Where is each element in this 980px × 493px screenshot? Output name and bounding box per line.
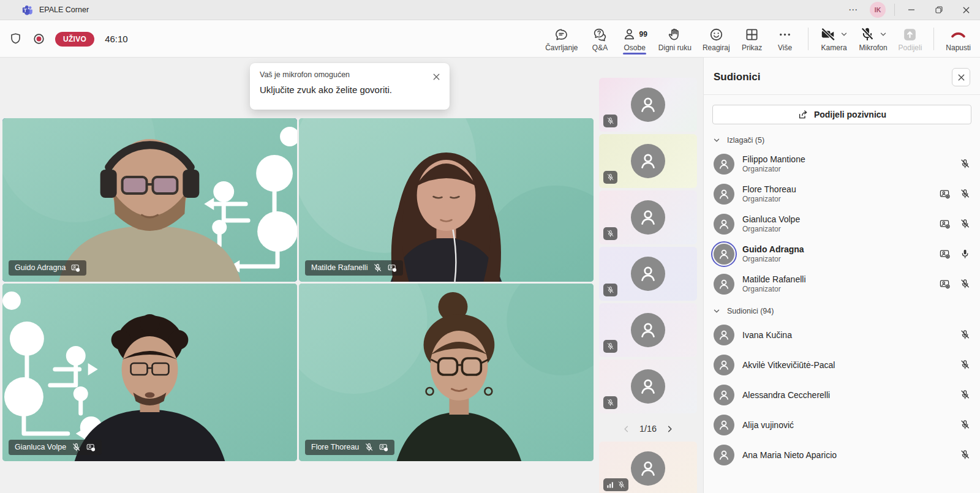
presenters-section-header[interactable]: Izlagači (5) [704,128,980,149]
spotlight-pip-icon [388,263,397,273]
thumbnail-tile[interactable] [599,78,697,132]
mic-off-icon [72,443,81,452]
participant-row[interactable]: Ivana Kučina [704,320,980,350]
pager-next-icon[interactable] [665,424,674,434]
participant-row[interactable]: Filippo Mantione Organizator [704,149,980,179]
user-avatar[interactable]: IK [870,2,886,18]
more-ellipsis-icon [777,26,793,43]
avatar [714,214,734,235]
qa-icon [592,26,608,43]
react-button[interactable]: Reagiraj [697,20,736,58]
raise-hand-icon [667,26,682,43]
participant-row-active-speaker[interactable]: Guido Adragna Organizator [704,239,980,269]
participant-row[interactable]: Matilde Rafanelli Organizator [704,269,980,299]
attendees-section-header[interactable]: Sudionici (94) [704,299,980,320]
microphone-off-icon [859,26,875,42]
close-button[interactable] [952,0,980,20]
microphone-chevron-icon[interactable] [879,30,888,39]
mic-off-icon [960,279,970,289]
teams-meeting-window: EPALE Corner ⋯ IK UŽIVO 46:10 Čavrljanje… [0,0,980,493]
people-button[interactable]: 99 Osobe [617,20,653,58]
toast-title: Vaš je mikrofon omogućen [260,70,440,79]
thumbnail-tile[interactable] [599,442,697,493]
participant-row[interactable]: Alija vujinović [704,410,980,440]
mic-off-icon [373,263,382,273]
people-count-badge: 99 [639,30,647,39]
participant-name: Gianluca Volpe [15,443,66,451]
mic-off-badge [603,115,617,127]
video-feed [299,118,594,282]
avatar [714,154,734,175]
video-tile-matilde-rafanelli[interactable]: Matilde Rafanelli [299,118,594,282]
panel-close-button[interactable] [952,68,970,86]
avatar [631,257,665,291]
thumbnail-tile[interactable] [599,247,697,301]
camera-chevron-icon[interactable] [840,30,848,39]
avatar [631,144,665,178]
participant-name: Guido Adragna [15,264,66,272]
titlebar-more-icon[interactable]: ⋯ [843,4,864,15]
meeting-toolbar: UŽIVO 46:10 Čavrljanje Q&A 99 Osobe D [0,20,980,58]
minimize-button[interactable] [897,0,925,20]
participant-row[interactable]: Gianluca Volpe Organizator [704,209,980,239]
spotlight-pip-icon [71,263,80,273]
avatar [714,355,734,375]
titlebar: EPALE Corner ⋯ IK [0,0,980,20]
participant-role: Organizator [742,255,804,264]
avatar [631,369,665,404]
chevron-down-icon [712,307,721,315]
microphone-button[interactable]: Mikrofon [854,20,893,58]
participant-row[interactable]: Flore Thoreau Organizator [704,179,980,209]
participant-row[interactable]: Ana Maria Nieto Aparicio [704,440,980,470]
view-button[interactable]: Prikaz [736,20,769,58]
recording-icon[interactable] [32,32,46,46]
share-button: Podijeli [893,20,928,58]
react-smiley-icon [709,26,724,43]
share-invite-button[interactable]: Podijeli pozivnicu [712,105,971,124]
video-tile-guido-adragna[interactable]: Guido Adragna [2,118,297,282]
meeting-timer: 46:10 [105,34,128,44]
pager-page-indicator: 1/16 [639,424,657,434]
thumbnail-pager: 1/16 [599,416,697,442]
participant-thumbnail-strip: 1/16 [599,78,697,493]
toast-close-icon[interactable] [430,70,442,83]
camera-off-icon [820,26,836,42]
thumbnail-tile[interactable] [599,134,697,188]
mic-off-icon [960,359,970,370]
qa-button[interactable]: Q&A [584,20,617,58]
spotlight-pip-icon [940,219,951,230]
name-label: Flore Thoreau [305,440,394,455]
toast-body: Uključite zvuk ako želite govoriti. [260,85,440,95]
mic-off-icon [960,159,970,169]
thumbnail-tile[interactable] [599,359,697,413]
leave-button[interactable]: Napusti [940,20,976,58]
participant-name: Matilde Rafanelli [311,264,368,272]
mic-off-badge [603,284,617,296]
spotlight-pip-icon [940,279,951,290]
chat-button[interactable]: Čavrljanje [540,20,583,58]
name-label: Gianluca Volpe [9,440,102,455]
maximize-button[interactable] [925,0,952,20]
spotlight-pip-icon [940,189,951,200]
avatar [714,184,734,205]
more-button[interactable]: Više [769,20,802,58]
avatar [714,274,734,295]
thumbnail-tile[interactable] [599,190,697,244]
participant-name: Guido Adragna [742,244,804,255]
mic-off-icon [364,443,374,452]
raise-hand-button[interactable]: Digni ruku [653,20,697,58]
spotlight-pip-icon [86,443,96,452]
teams-logo-icon [22,4,33,15]
view-grid-icon [744,26,760,43]
shield-icon[interactable] [9,32,23,46]
spotlight-pip-icon [940,249,951,260]
mic-off-icon [960,189,970,199]
camera-button[interactable]: Kamera [815,20,854,58]
participant-name: Alessandra Ceccherelli [742,390,830,400]
video-tile-flore-thoreau[interactable]: Flore Thoreau [299,284,594,461]
thumbnail-tile[interactable] [599,303,697,357]
chat-icon [554,26,569,43]
participant-row[interactable]: Akvilė Vitkevičiūtė-Pacal [704,350,980,380]
video-tile-gianluca-volpe[interactable]: Gianluca Volpe [2,284,297,461]
participant-row[interactable]: Alessandra Ceccherelli [704,380,980,410]
